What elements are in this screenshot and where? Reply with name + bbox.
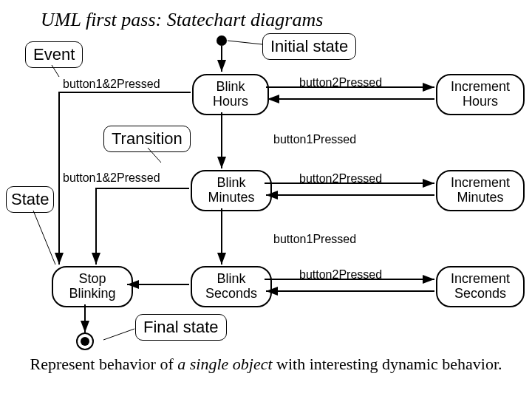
label-b12-hours: button1&2Pressed	[63, 78, 160, 91]
state-blink-hours: Blink Hours	[192, 74, 269, 115]
label-b12-minutes: button1&2Pressed	[63, 171, 160, 185]
state-increment-hours: Increment Hours	[436, 74, 525, 115]
state-increment-seconds: Increment Seconds	[436, 266, 525, 307]
label-b2-minutes: button2Pressed	[299, 172, 382, 185]
callout-state: State	[6, 186, 54, 213]
state-blink-minutes: Blink Minutes	[191, 170, 272, 211]
label-b2-hours: button2Pressed	[299, 76, 382, 89]
svg-point-0	[216, 35, 227, 46]
state-blink-seconds: Blink Seconds	[191, 266, 272, 307]
label-b1-hours-minutes: button1Pressed	[273, 133, 356, 146]
page-title: UML first pass: Statechart diagrams	[41, 9, 323, 31]
svg-point-17	[77, 333, 93, 349]
svg-line-6	[103, 329, 134, 340]
callout-event: Event	[25, 41, 83, 68]
svg-line-5	[33, 211, 55, 265]
callout-transition: Transition	[103, 126, 191, 152]
state-stop-blinking: Stop Blinking	[52, 266, 133, 307]
callout-initial-state: Initial state	[262, 33, 356, 60]
svg-line-3	[228, 41, 262, 44]
caption: Represent behavior of a single object wi…	[0, 355, 532, 374]
label-b2-seconds: button2Pressed	[299, 268, 382, 282]
svg-point-18	[81, 337, 89, 346]
state-increment-minutes: Increment Minutes	[436, 170, 525, 211]
label-b1-minutes-seconds: button1Pressed	[273, 233, 356, 246]
callout-final-state: Final state	[135, 314, 227, 341]
